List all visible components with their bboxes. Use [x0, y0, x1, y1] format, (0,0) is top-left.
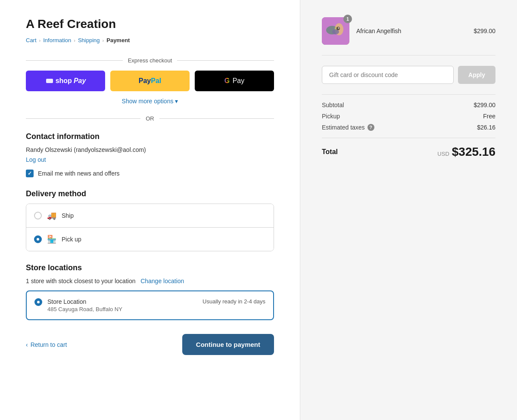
contact-section-title: Contact information: [26, 132, 274, 141]
contact-section: Contact information Randy Olszewski (ran…: [26, 132, 274, 177]
newsletter-label: Email me with news and offers: [38, 170, 120, 177]
bottom-actions: ‹ Return to cart Continue to payment: [26, 334, 274, 355]
product-quantity-badge: 1: [343, 15, 352, 23]
store-card: Store Location 485 Cayuga Road, Buffalo …: [26, 290, 274, 320]
return-to-cart-link[interactable]: ‹ Return to cart: [26, 341, 67, 348]
discount-row: Apply: [322, 66, 495, 84]
taxes-label: Estimated taxes ?: [322, 124, 374, 131]
product-price: $299.00: [473, 28, 495, 34]
product-name: African Angelfish: [356, 28, 467, 34]
product-row: 1 African Angelfish $299.00: [322, 17, 495, 56]
store-title: A Reef Creation: [26, 17, 274, 31]
taxes-value: $26.16: [477, 124, 495, 131]
delivery-pickup-option[interactable]: 🏪 Pick up: [26, 228, 274, 251]
contact-user-info: Randy Olszewski (randyolszewski@aol.com): [26, 146, 274, 153]
taxes-row: Estimated taxes ? $26.16: [322, 124, 495, 131]
taxes-help-icon[interactable]: ?: [368, 124, 374, 131]
return-label: Return to cart: [31, 341, 67, 348]
breadcrumb-cart[interactable]: Cart: [26, 37, 37, 43]
breadcrumb-sep-1: ›: [39, 38, 41, 43]
store-locations-desc: 1 store with stock closest to your locat…: [26, 278, 274, 284]
delivery-section-title: Delivery method: [26, 189, 274, 198]
ship-label: Ship: [62, 212, 74, 219]
store-locations-title: Store locations: [26, 263, 274, 272]
left-arrow-icon: ‹: [26, 341, 28, 348]
total-value-container: USD $325.16: [437, 145, 495, 159]
store-locations-section: Store locations 1 store with stock close…: [26, 263, 274, 320]
right-panel: 1 African Angelfish $299.00 Apply Subtot…: [300, 0, 517, 420]
change-location-link[interactable]: Change location: [140, 278, 184, 284]
pickup-row: Pickup Free: [322, 113, 495, 120]
store-count-text: 1 store with stock closest to your locat…: [26, 278, 135, 284]
newsletter-row: Email me with news and offers: [26, 170, 274, 177]
product-image-wrap: 1: [322, 17, 349, 45]
pickup-radio[interactable]: [34, 235, 42, 243]
discount-code-input[interactable]: [322, 66, 454, 84]
pickup-value: Free: [483, 113, 495, 120]
show-more-link[interactable]: Show more options ▾: [122, 98, 178, 105]
store-info: Store Location 485 Cayuga Road, Buffalo …: [47, 298, 197, 312]
store-address: 485 Cayuga Road, Buffalo NY: [47, 306, 197, 312]
googlepay-button[interactable]: G Pay: [195, 71, 274, 91]
shoppay-icon: [45, 77, 54, 85]
svg-rect-0: [46, 79, 53, 83]
or-divider: OR: [26, 115, 274, 122]
subtotal-value: $299.00: [473, 102, 495, 108]
logout-link[interactable]: Log out: [26, 156, 46, 163]
pickup-icon: 🏪: [47, 235, 56, 244]
breadcrumb-sep-2: ›: [74, 38, 75, 43]
delivery-options: 🚚 Ship 🏪 Pick up: [26, 204, 274, 251]
payment-buttons: shopPay PayPal G Pay: [26, 71, 274, 91]
left-panel: A Reef Creation Cart › Information › Shi…: [0, 0, 300, 420]
ship-icon: 🚚: [47, 211, 56, 220]
express-checkout-text: Express checkout: [128, 57, 172, 64]
subtotal-row: Subtotal $299.00: [322, 102, 495, 108]
paypal-label: PayPal: [139, 77, 161, 85]
pickup-label: Pickup: [322, 113, 340, 120]
price-breakdown: Subtotal $299.00 Pickup Free Estimated t…: [322, 94, 495, 159]
breadcrumb-shipping[interactable]: Shipping: [78, 37, 100, 43]
googlepay-label: G Pay: [224, 77, 244, 85]
show-more-container: Show more options ▾: [26, 97, 274, 105]
total-row: Total USD $325.16: [322, 138, 495, 159]
express-checkout-section: Express checkout shopPay PayPal G Pay: [26, 57, 274, 105]
subtotal-label: Subtotal: [322, 102, 344, 108]
total-amount: $325.16: [452, 145, 495, 159]
ship-radio[interactable]: [34, 212, 42, 219]
paypal-button[interactable]: PayPal: [110, 71, 190, 91]
express-checkout-label: Express checkout: [26, 57, 274, 64]
pickup-label: Pick up: [62, 236, 81, 243]
delivery-section: Delivery method 🚚 Ship 🏪 Pick up: [26, 189, 274, 251]
newsletter-checkbox[interactable]: [26, 170, 34, 177]
chevron-down-icon: ▾: [175, 98, 178, 105]
breadcrumb: Cart › Information › Shipping › Payment: [26, 37, 274, 43]
apply-discount-button[interactable]: Apply: [458, 66, 495, 84]
breadcrumb-payment: Payment: [106, 37, 130, 43]
shoppay-label: shopPay: [45, 77, 86, 85]
breadcrumb-sep-3: ›: [103, 38, 104, 43]
store-name: Store Location: [47, 298, 197, 305]
shoppay-button[interactable]: shopPay: [26, 71, 105, 91]
delivery-ship-option[interactable]: 🚚 Ship: [26, 204, 274, 228]
show-more-text: Show more options: [122, 98, 174, 105]
total-currency: USD: [437, 151, 449, 157]
continue-to-payment-button[interactable]: Continue to payment: [182, 334, 274, 355]
total-label: Total: [322, 148, 338, 156]
breadcrumb-information[interactable]: Information: [43, 37, 71, 43]
store-ready-time: Usually ready in 2-4 days: [202, 298, 265, 305]
svg-point-6: [338, 28, 339, 29]
store-radio[interactable]: [34, 298, 42, 306]
or-text: OR: [146, 115, 154, 122]
